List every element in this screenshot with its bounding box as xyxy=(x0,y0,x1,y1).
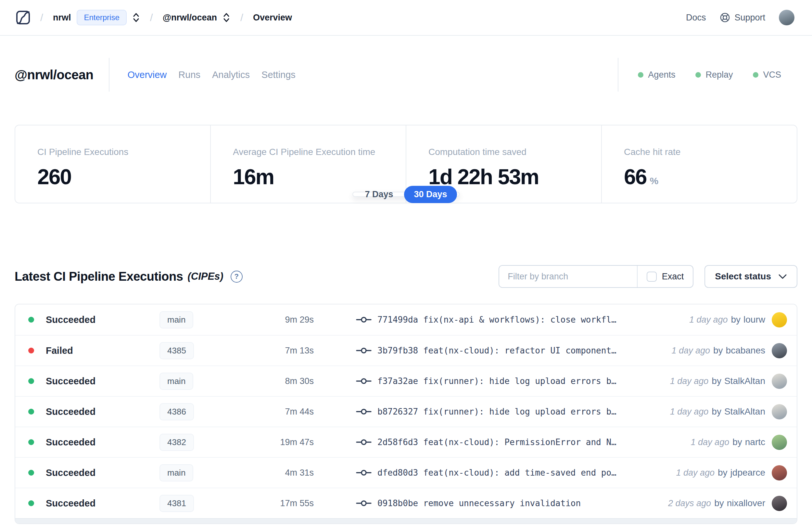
branch-badge[interactable]: main xyxy=(159,311,193,328)
tab-analytics[interactable]: Analytics xyxy=(212,70,250,80)
commit-message: f37a32ae fix(runner): hide log upload er… xyxy=(378,376,616,386)
tab-settings[interactable]: Settings xyxy=(261,70,295,80)
tab-overview[interactable]: Overview xyxy=(127,70,167,80)
status-label: Failed xyxy=(46,345,159,356)
section-title: Latest CI Pipeline Executions xyxy=(15,270,183,284)
enterprise-badge: Enterprise xyxy=(77,10,126,25)
status-label: Succeeded xyxy=(46,406,159,417)
select-status-label: Select status xyxy=(715,271,771,282)
nx-cloud-logo[interactable] xyxy=(16,10,31,25)
author-avatar xyxy=(772,404,787,419)
commit-message: b8726327 fix(runner): hide log upload er… xyxy=(378,407,616,417)
git-commit-icon xyxy=(356,347,371,355)
range-7-days-button[interactable]: 7 Days xyxy=(355,186,403,203)
help-icon[interactable]: ? xyxy=(231,271,243,283)
branch-badge[interactable]: 4382 xyxy=(159,434,194,451)
branch-badge[interactable]: main xyxy=(159,373,193,390)
status-dot xyxy=(28,409,34,415)
git-commit-icon xyxy=(356,316,371,324)
author-avatar xyxy=(772,496,787,511)
table-row[interactable]: Succeeded main 4m 31s dfed80d3 feat(nx-c… xyxy=(15,457,797,487)
support-link[interactable]: Support xyxy=(719,12,765,23)
service-vcs[interactable]: VCS xyxy=(753,70,781,80)
time-ago: 1 day ago xyxy=(670,376,709,386)
user-avatar[interactable] xyxy=(779,10,795,25)
status-label: Succeeded xyxy=(46,437,159,448)
status-label: Succeeded xyxy=(46,376,159,387)
branch-filter-input[interactable] xyxy=(499,266,637,287)
select-status-dropdown[interactable]: Select status xyxy=(704,265,797,288)
next-row-partial xyxy=(15,518,797,523)
stat-value: 1d 22h 53m xyxy=(428,164,601,189)
commit-link[interactable]: b8726327 fix(runner): hide log upload er… xyxy=(356,407,616,417)
branch-badge[interactable]: main xyxy=(159,464,193,481)
table-row[interactable]: Succeeded main 8m 30s f37a32ae fix(runne… xyxy=(15,365,797,396)
exact-checkbox[interactable] xyxy=(647,272,657,282)
stat-label: Computation time saved xyxy=(428,147,601,157)
time-ago: 2 days ago xyxy=(668,498,711,508)
table-row[interactable]: Succeeded main 9m 29s 771499da fix(nx-ap… xyxy=(15,304,797,335)
commit-link[interactable]: 771499da fix(nx-api & workflows): close … xyxy=(356,315,616,325)
commit-link[interactable]: dfed80d3 feat(nx-cloud): add time-saved … xyxy=(356,468,616,478)
tab-runs[interactable]: Runs xyxy=(178,70,200,80)
status-dot xyxy=(28,500,34,506)
workspace-header: @nrwl/ocean Overview Runs Analytics Sett… xyxy=(0,57,812,93)
by-label: by xyxy=(714,498,724,508)
duration: 9m 29s xyxy=(231,315,314,325)
stat-value: 260 xyxy=(37,164,210,189)
commit-link[interactable]: 0918b0be remove unnecessary invalidation xyxy=(356,498,581,508)
commit-message: 0918b0be remove unnecessary invalidation xyxy=(378,498,581,508)
table-row[interactable]: Succeeded 4382 19m 47s 2d58f6d3 feat(nx-… xyxy=(15,426,797,457)
table-row[interactable]: Succeeded 4386 7m 44s b8726327 fix(runne… xyxy=(15,396,797,426)
git-commit-icon xyxy=(356,469,371,477)
range-30-days-button[interactable]: 30 Days xyxy=(404,186,457,203)
commit-link[interactable]: f37a32ae fix(runner): hide log upload er… xyxy=(356,376,616,386)
workspace-switcher-button[interactable] xyxy=(222,12,231,24)
stat-label: Average CI Pipeline Execution time xyxy=(233,147,406,157)
by-label: by xyxy=(713,345,723,356)
time-ago: 1 day ago xyxy=(676,468,715,478)
commit-message: 2d58f6d3 feat(nx-cloud): PermissionError… xyxy=(378,437,616,447)
time-ago: 1 day ago xyxy=(671,346,710,356)
chevron-down-icon xyxy=(778,274,787,280)
stat-label: CI Pipeline Executions xyxy=(37,147,210,157)
breadcrumb-org[interactable]: nrwl xyxy=(53,13,71,23)
commit-message: 3b79fb38 feat(nx-cloud): refactor UI com… xyxy=(378,346,616,356)
time-ago: 1 day ago xyxy=(691,437,730,447)
table-row[interactable]: Failed 4385 7m 13s 3b79fb38 feat(nx-clou… xyxy=(15,335,797,365)
breadcrumb-separator: / xyxy=(240,12,243,24)
stat-value: 16m xyxy=(233,164,406,189)
docs-link[interactable]: Docs xyxy=(686,13,706,23)
duration: 4m 31s xyxy=(231,468,314,478)
commit-message: 771499da fix(nx-api & workflows): close … xyxy=(378,315,616,325)
date-range-toggle: 7 Days 30 Days xyxy=(352,192,459,197)
service-agents[interactable]: Agents xyxy=(638,70,675,80)
exact-filter: Exact xyxy=(637,266,693,287)
chevron-up-down-icon xyxy=(222,12,231,24)
author: bcabanes xyxy=(726,345,765,356)
service-replay-label: Replay xyxy=(705,70,733,80)
duration: 7m 44s xyxy=(231,407,314,417)
service-agents-label: Agents xyxy=(648,70,675,80)
service-replay[interactable]: Replay xyxy=(695,70,733,80)
branch-badge[interactable]: 4385 xyxy=(159,342,194,359)
breadcrumb-workspace[interactable]: @nrwl/ocean xyxy=(163,13,217,23)
by-label: by xyxy=(732,437,742,447)
branch-badge[interactable]: 4386 xyxy=(159,403,194,420)
support-label: Support xyxy=(734,13,765,23)
workspace-title: @nrwl/ocean xyxy=(15,68,93,82)
stat-value: 66% xyxy=(624,164,797,189)
duration: 7m 13s xyxy=(231,346,314,356)
status-dot xyxy=(28,378,34,384)
commit-link[interactable]: 2d58f6d3 feat(nx-cloud): PermissionError… xyxy=(356,437,616,447)
workspace-tabs: Overview Runs Analytics Settings xyxy=(127,70,295,80)
branch-badge[interactable]: 4381 xyxy=(159,495,194,512)
lifebuoy-icon xyxy=(719,12,731,23)
table-row[interactable]: Succeeded 4381 17m 55s 0918b0be remove u… xyxy=(15,487,797,518)
commit-link[interactable]: 3b79fb38 feat(nx-cloud): refactor UI com… xyxy=(356,346,616,356)
status-label: Succeeded xyxy=(46,467,159,478)
time-ago: 1 day ago xyxy=(689,315,728,325)
git-commit-icon xyxy=(356,499,371,507)
status-label: Succeeded xyxy=(46,498,159,509)
org-switcher-button[interactable] xyxy=(132,12,140,24)
